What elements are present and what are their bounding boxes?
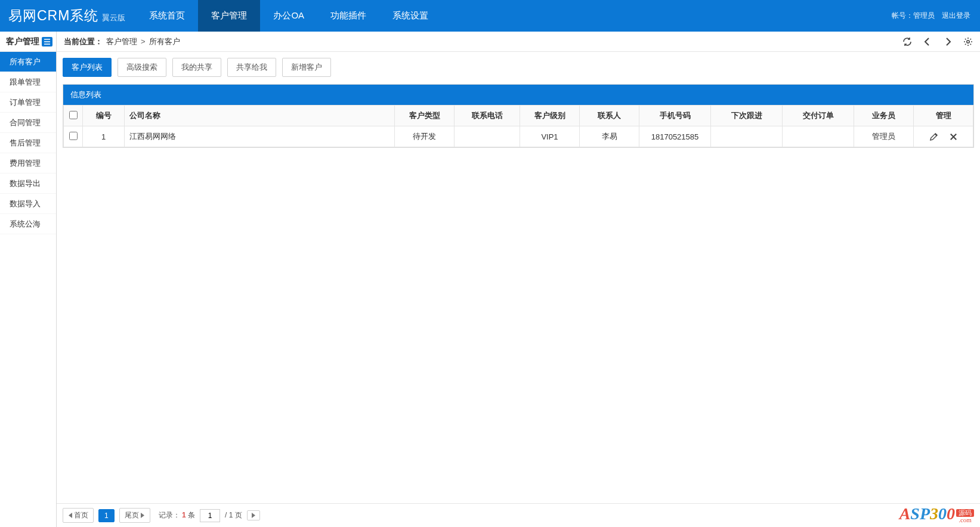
tab-shared-to-me[interactable]: 共享给我 xyxy=(227,58,276,77)
col-next: 下次跟进 xyxy=(711,106,783,126)
sidebar-title: 客户管理 xyxy=(6,36,39,47)
sidebar: 客户管理 所有客户 跟单管理 订单管理 合同管理 售后管理 费用管理 数据导出 … xyxy=(0,32,57,527)
tab-advanced-search[interactable]: 高级搜索 xyxy=(118,58,166,77)
nav-item-plugin[interactable]: 功能插件 xyxy=(317,0,379,32)
cell-contact: 李易 xyxy=(580,126,639,147)
sidebar-item-orders[interactable]: 订单管理 xyxy=(0,92,56,113)
logo: 易网CRM系统 翼云版 xyxy=(0,7,136,25)
nav-items: 系统首页 客户管理 办公OA 功能插件 系统设置 xyxy=(136,0,441,32)
toolbar-icons xyxy=(902,37,973,46)
pager-page-current[interactable]: 1 xyxy=(98,509,115,522)
row-checkbox[interactable] xyxy=(69,132,78,140)
breadcrumb-page: 所有客户 xyxy=(149,36,180,47)
pager-total: / 1 页 xyxy=(225,510,242,520)
pager: 首页 1 尾页 记录： 1 条 / 1 页 xyxy=(57,503,980,527)
sidebar-item-contracts[interactable]: 合同管理 xyxy=(0,113,56,133)
tab-bar: 客户列表 高级搜索 我的共享 共享给我 新增客户 xyxy=(63,58,974,77)
gear-icon[interactable] xyxy=(963,37,973,46)
account-label: 帐号：管理员 xyxy=(892,11,935,21)
cell-next xyxy=(711,126,783,147)
triangle-left-icon xyxy=(68,513,73,518)
pager-goto-input[interactable] xyxy=(200,509,220,522)
nav-right: 帐号：管理员 退出登录 xyxy=(892,11,980,21)
col-level: 客户级别 xyxy=(520,106,580,126)
delete-icon[interactable] xyxy=(949,132,958,141)
cell-order xyxy=(783,126,854,147)
col-contact: 联系人 xyxy=(580,106,639,126)
logo-sub: 翼云版 xyxy=(102,13,125,23)
customer-table: 编号 公司名称 客户类型 联系电话 客户级别 联系人 手机号码 下次跟进 交付订… xyxy=(63,105,973,147)
pager-go-button[interactable] xyxy=(247,510,260,520)
breadcrumb-bar: 当前位置： 客户管理 > 所有客户 xyxy=(57,32,980,52)
sidebar-item-pool[interactable]: 系统公海 xyxy=(0,214,56,234)
cell-mobile: 18170521585 xyxy=(639,126,711,147)
sidebar-item-export[interactable]: 数据导出 xyxy=(0,173,56,194)
cell-num: 1 xyxy=(83,126,125,147)
logo-main: 易网CRM系统 xyxy=(8,7,98,25)
edit-icon[interactable] xyxy=(929,132,938,141)
cell-type: 待开发 xyxy=(395,126,455,147)
cell-company[interactable]: 江西易网网络 xyxy=(125,126,395,147)
col-order: 交付订单 xyxy=(783,106,854,126)
cell-level: VIP1 xyxy=(520,126,580,147)
back-icon[interactable] xyxy=(923,37,932,46)
sidebar-item-aftersales[interactable]: 售后管理 xyxy=(0,133,56,153)
cell-actions xyxy=(914,126,973,147)
nav-item-home[interactable]: 系统首页 xyxy=(136,0,198,32)
tab-my-share[interactable]: 我的共享 xyxy=(172,58,221,77)
col-type: 客户类型 xyxy=(395,106,455,126)
refresh-icon[interactable] xyxy=(902,37,912,46)
breadcrumb-group[interactable]: 客户管理 xyxy=(106,36,137,47)
col-checkbox xyxy=(64,106,83,126)
breadcrumb: 当前位置： 客户管理 > 所有客户 xyxy=(64,36,180,47)
col-company: 公司名称 xyxy=(125,106,395,126)
breadcrumb-label: 当前位置： xyxy=(64,36,103,47)
svg-point-0 xyxy=(967,40,969,42)
pager-records: 记录： 1 条 xyxy=(159,510,195,520)
col-phone: 联系电话 xyxy=(455,106,520,126)
col-mobile: 手机号码 xyxy=(639,106,711,126)
nav-item-settings[interactable]: 系统设置 xyxy=(379,0,441,32)
breadcrumb-sep: > xyxy=(141,37,146,46)
logout-link[interactable]: 退出登录 xyxy=(942,11,970,21)
top-nav: 易网CRM系统 翼云版 系统首页 客户管理 办公OA 功能插件 系统设置 帐号：… xyxy=(0,0,980,32)
pager-first[interactable]: 首页 xyxy=(63,508,94,523)
sidebar-item-all-customers[interactable]: 所有客户 xyxy=(0,52,56,72)
sidebar-item-follow[interactable]: 跟单管理 xyxy=(0,72,56,92)
nav-item-oa[interactable]: 办公OA xyxy=(260,0,317,32)
main: 当前位置： 客户管理 > 所有客户 xyxy=(57,32,980,527)
sidebar-collapse-icon[interactable] xyxy=(42,37,52,46)
sidebar-header: 客户管理 xyxy=(0,32,56,52)
col-manage: 管理 xyxy=(914,106,973,126)
triangle-right-icon xyxy=(251,513,256,518)
forward-icon[interactable] xyxy=(943,37,953,46)
col-sales: 业务员 xyxy=(854,106,914,126)
pager-last[interactable]: 尾页 xyxy=(119,508,150,523)
triangle-right-icon xyxy=(140,513,145,518)
col-num: 编号 xyxy=(83,106,125,126)
list-panel: 信息列表 编号 公司名称 客户类型 联系电话 客户级别 联系人 手机号码 下次跟 xyxy=(63,84,974,148)
content-area: 客户列表 高级搜索 我的共享 共享给我 新增客户 信息列表 编号 公司名称 客户… xyxy=(57,52,980,527)
tab-add-customer[interactable]: 新增客户 xyxy=(282,58,331,77)
nav-item-customer[interactable]: 客户管理 xyxy=(198,0,260,32)
cell-sales: 管理员 xyxy=(854,126,914,147)
panel-title: 信息列表 xyxy=(63,85,973,105)
select-all-checkbox[interactable] xyxy=(69,111,78,119)
table-row: 1 江西易网网络 待开发 VIP1 李易 18170521585 管理员 xyxy=(64,126,973,147)
sidebar-item-import[interactable]: 数据导入 xyxy=(0,194,56,214)
tab-customer-list[interactable]: 客户列表 xyxy=(63,58,112,77)
sidebar-item-expenses[interactable]: 费用管理 xyxy=(0,153,56,173)
cell-phone xyxy=(455,126,520,147)
